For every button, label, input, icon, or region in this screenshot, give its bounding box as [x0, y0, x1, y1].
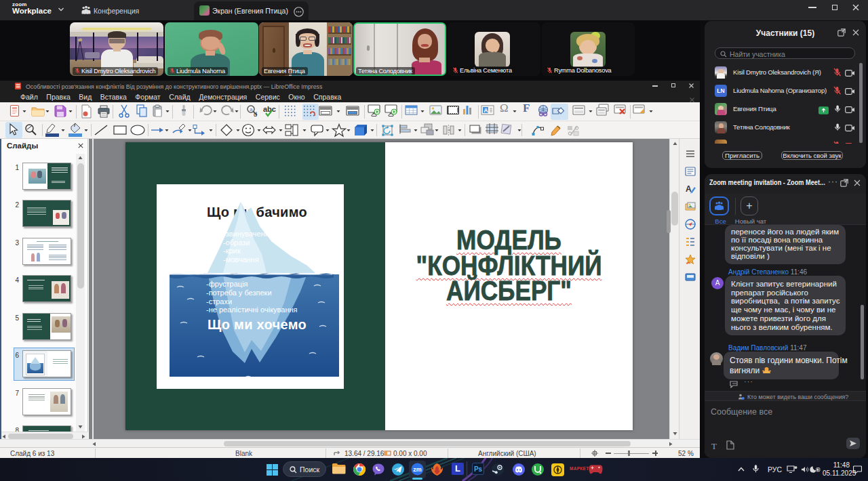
svg-text:?: ? — [795, 466, 796, 469]
svg-text:Ω: Ω — [500, 102, 509, 114]
svg-text:F: F — [523, 102, 530, 114]
svg-text:zm: zm — [413, 466, 422, 473]
svg-text:a: a — [250, 106, 253, 112]
svg-text:abc: abc — [263, 105, 276, 113]
svg-text:A: A — [484, 107, 488, 114]
svg-text:d: d — [254, 111, 257, 118]
